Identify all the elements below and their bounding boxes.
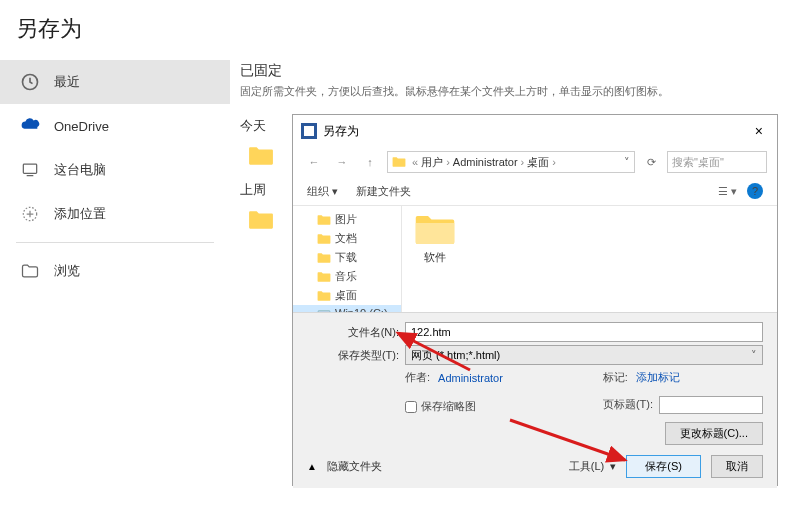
back-button[interactable]: ← <box>303 151 325 173</box>
chevron-down-icon: ˅ <box>751 349 757 362</box>
sidebar-item-label: OneDrive <box>54 119 109 134</box>
sidebar-item-label: 最近 <box>54 73 80 91</box>
tree-documents[interactable]: 文档 <box>293 229 401 248</box>
search-input[interactable]: 搜索"桌面" <box>667 151 767 173</box>
file-item-label: 软件 <box>424 250 446 265</box>
folder-tree: 图片 文档 下载 音乐 桌面 Win10 (C:) <box>293 206 401 312</box>
folder-icon <box>248 209 274 231</box>
thumbnail-checkbox[interactable] <box>405 401 417 413</box>
sidebar-item-recent[interactable]: 最近 <box>0 60 230 104</box>
folder-icon <box>317 252 331 264</box>
sidebar-item-label: 浏览 <box>54 262 80 280</box>
sidebar-item-label: 这台电脑 <box>54 161 106 179</box>
new-folder-button[interactable]: 新建文件夹 <box>356 184 411 199</box>
dialog-toolbar: 组织 ▾ 新建文件夹 ☰ ▾ ? <box>293 177 777 206</box>
chevron-down-icon[interactable]: ˅ <box>624 156 630 169</box>
file-list[interactable]: 软件 <box>401 206 777 312</box>
author-link[interactable]: Administrator <box>438 372 503 384</box>
collapse-icon[interactable]: ▲ <box>307 461 317 472</box>
savetype-select[interactable]: 网页 (*.htm;*.html) ˅ <box>405 345 763 365</box>
svg-rect-6 <box>318 311 330 312</box>
tree-downloads[interactable]: 下载 <box>293 248 401 267</box>
sidebar: 最近 OneDrive 这台电脑 添加位置 浏览 <box>0 52 230 293</box>
close-icon[interactable]: × <box>749 121 769 141</box>
browse-icon <box>18 259 42 283</box>
author-label: 作者: <box>405 370 430 385</box>
refresh-icon[interactable]: ⟳ <box>641 156 661 169</box>
tags-label: 标记: <box>603 370 628 385</box>
cancel-button[interactable]: 取消 <box>711 455 763 478</box>
sidebar-item-browse[interactable]: 浏览 <box>0 249 230 293</box>
sidebar-item-label: 添加位置 <box>54 205 106 223</box>
tree-desktop[interactable]: 桌面 <box>293 286 401 305</box>
breadcrumb-part[interactable]: 桌面 <box>527 155 549 170</box>
add-location-icon <box>18 202 42 226</box>
clock-icon <box>18 70 42 94</box>
filename-input[interactable] <box>405 322 763 342</box>
savetype-value: 网页 (*.htm;*.html) <box>411 348 500 363</box>
search-placeholder: 搜索"桌面" <box>672 155 724 170</box>
sidebar-divider <box>16 242 214 243</box>
drive-icon <box>317 307 331 312</box>
file-item[interactable]: 软件 <box>414 212 456 265</box>
tags-link[interactable]: 添加标记 <box>636 370 680 385</box>
folder-icon <box>317 271 331 283</box>
chevron-right-icon: « <box>412 156 418 168</box>
breadcrumb[interactable]: « 用户 › Administrator › 桌面 › ˅ <box>387 151 635 173</box>
folder-icon <box>317 233 331 245</box>
change-title-button[interactable]: 更改标题(C)... <box>665 422 763 445</box>
dialog-navbar: ← → ↑ « 用户 › Administrator › 桌面 › ˅ ⟳ 搜索… <box>293 147 777 177</box>
forward-button[interactable]: → <box>331 151 353 173</box>
chevron-right-icon: › <box>552 156 556 168</box>
folder-icon <box>392 156 406 168</box>
thumbnail-label: 保存缩略图 <box>421 399 476 414</box>
chevron-right-icon: › <box>521 156 525 168</box>
folder-icon <box>317 290 331 302</box>
svg-rect-1 <box>23 164 36 173</box>
breadcrumb-part[interactable]: 用户 <box>421 155 443 170</box>
chevron-right-icon: › <box>446 156 450 168</box>
up-button[interactable]: ↑ <box>359 151 381 173</box>
onedrive-icon <box>18 114 42 138</box>
computer-icon <box>18 158 42 182</box>
svg-rect-2 <box>27 175 34 176</box>
pinned-description: 固定所需文件夹，方便以后查找。鼠标悬停在某个文件夹上方时，单击显示的图钉图标。 <box>240 84 790 99</box>
breadcrumb-part[interactable]: Administrator <box>453 156 518 168</box>
pagetitle-label: 页标题(T): <box>603 397 653 412</box>
app-icon <box>301 123 317 139</box>
folder-icon <box>248 145 274 167</box>
pinned-header: 已固定 <box>240 62 790 80</box>
tree-cdrive[interactable]: Win10 (C:) <box>293 305 401 312</box>
folder-icon <box>414 212 456 248</box>
hide-folders-link[interactable]: 隐藏文件夹 <box>327 459 382 474</box>
tools-menu[interactable]: 工具(L) ▾ <box>569 459 617 474</box>
dialog-titlebar[interactable]: 另存为 × <box>293 115 777 147</box>
folder-icon <box>317 214 331 226</box>
help-icon[interactable]: ? <box>747 183 763 199</box>
save-button[interactable]: 保存(S) <box>626 455 701 478</box>
dialog-body: 图片 文档 下载 音乐 桌面 Win10 (C:) 软件 <box>293 206 777 312</box>
organize-menu[interactable]: 组织 ▾ <box>307 184 338 199</box>
pagetitle-input[interactable] <box>659 396 763 414</box>
sidebar-item-addlocation[interactable]: 添加位置 <box>0 192 230 236</box>
page-title: 另存为 <box>0 0 810 52</box>
svg-rect-5 <box>304 126 314 136</box>
dialog-title: 另存为 <box>323 123 749 140</box>
filename-label: 文件名(N): <box>307 325 399 340</box>
savetype-label: 保存类型(T): <box>307 348 399 363</box>
tree-music[interactable]: 音乐 <box>293 267 401 286</box>
dialog-bottom: 文件名(N): 保存类型(T): 网页 (*.htm;*.html) ˅ 作者:… <box>293 312 777 488</box>
sidebar-item-onedrive[interactable]: OneDrive <box>0 104 230 148</box>
tree-pictures[interactable]: 图片 <box>293 210 401 229</box>
view-options-icon[interactable]: ☰ ▾ <box>718 185 737 198</box>
save-as-dialog: 另存为 × ← → ↑ « 用户 › Administrator › 桌面 › … <box>292 114 778 486</box>
sidebar-item-thispc[interactable]: 这台电脑 <box>0 148 230 192</box>
